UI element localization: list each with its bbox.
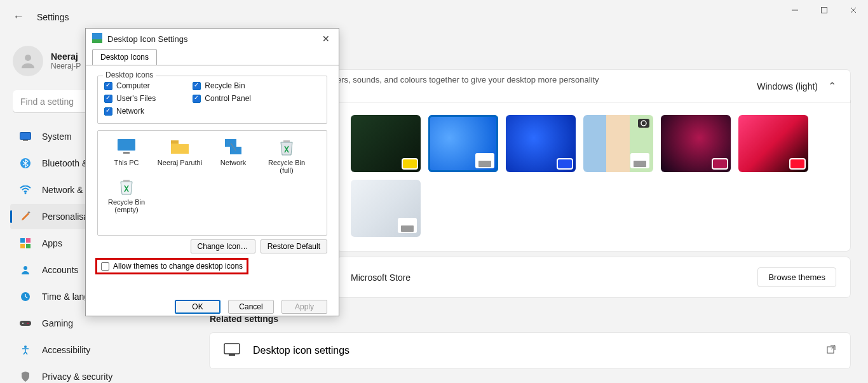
sidebar-item-privacy[interactable]: Privacy & security bbox=[10, 364, 183, 383]
theme-tile[interactable] bbox=[506, 115, 576, 172]
checkbox-recycle-bin[interactable]: Recycle Bin bbox=[193, 81, 251, 90]
checkbox-icon bbox=[104, 95, 112, 103]
svg-rect-23 bbox=[229, 354, 235, 356]
theme-tile[interactable] bbox=[583, 115, 653, 172]
close-button[interactable] bbox=[839, 0, 868, 20]
brush-icon bbox=[19, 210, 32, 223]
user-name: Neeraj bbox=[51, 51, 81, 62]
sidebar-item-label: Privacy & security bbox=[42, 372, 112, 382]
apps-icon bbox=[19, 237, 32, 250]
icon-recycle-empty[interactable]: Recycle Bin (empty) bbox=[102, 177, 151, 213]
theme-tile[interactable] bbox=[428, 115, 498, 172]
svg-rect-29 bbox=[171, 140, 179, 144]
related-row-label: Desktop icon settings bbox=[253, 345, 349, 356]
icon-network[interactable]: Network bbox=[208, 137, 258, 174]
checkbox-control-panel[interactable]: Control Panel bbox=[193, 94, 251, 103]
svg-rect-27 bbox=[118, 139, 135, 151]
svg-rect-11 bbox=[26, 238, 31, 243]
svg-rect-28 bbox=[123, 152, 130, 154]
sidebar-item-label: Apps bbox=[42, 238, 62, 248]
theme-tile[interactable] bbox=[351, 115, 421, 172]
window-title: Settings bbox=[37, 12, 69, 22]
icons-preview-box: This PC Neeraj Paruthi Network Recycle B… bbox=[97, 130, 327, 236]
svg-point-19 bbox=[24, 346, 27, 348]
checkbox-icon bbox=[104, 82, 112, 90]
change-icon-button[interactable]: Change Icon… bbox=[191, 239, 255, 253]
theme-grid-card bbox=[337, 101, 850, 251]
desktop-icons-fieldset: Desktop icons Computer User's Files Netw… bbox=[97, 76, 327, 124]
svg-point-8 bbox=[25, 192, 27, 194]
sidebar-item-label: Gaming bbox=[42, 318, 73, 328]
checkbox-users-files[interactable]: User's Files bbox=[104, 94, 156, 103]
theme-tile[interactable] bbox=[738, 115, 808, 172]
system-icon bbox=[19, 130, 32, 143]
desktop-icon-settings-dialog: Desktop Icon Settings ✕ Desktop Icons De… bbox=[85, 28, 339, 316]
ok-button[interactable]: OK bbox=[175, 300, 220, 314]
checkbox-icon bbox=[104, 107, 112, 116]
wifi-icon bbox=[19, 184, 32, 196]
gaming-icon bbox=[19, 317, 32, 330]
svg-rect-25 bbox=[92, 33, 102, 39]
checkbox-icon bbox=[193, 82, 201, 90]
desktop-icon-settings-icon bbox=[224, 343, 240, 358]
themes-description: ers, sounds, and colours together to giv… bbox=[337, 75, 599, 84]
current-theme-card[interactable]: ers, sounds, and colours together to giv… bbox=[337, 70, 850, 102]
dialog-tab[interactable]: Desktop Icons bbox=[92, 49, 157, 65]
dialog-icon bbox=[92, 33, 102, 45]
checkbox-computer[interactable]: Computer bbox=[104, 81, 156, 90]
svg-rect-26 bbox=[92, 39, 102, 43]
sidebar-item-label: System bbox=[42, 131, 72, 142]
chevron-up-icon: ⌃ bbox=[828, 80, 836, 92]
avatar bbox=[13, 46, 43, 76]
svg-point-18 bbox=[27, 323, 29, 324]
checkbox-icon bbox=[101, 262, 109, 271]
sidebar-item-label: Accessibility bbox=[42, 345, 90, 355]
icon-this-pc[interactable]: This PC bbox=[102, 137, 151, 174]
shield-icon bbox=[19, 370, 32, 383]
svg-point-4 bbox=[25, 55, 31, 61]
svg-rect-5 bbox=[20, 133, 31, 140]
browse-themes-row: Microsoft Store Browse themes bbox=[337, 257, 850, 297]
svg-point-17 bbox=[22, 323, 24, 324]
desktop-icon-settings-row[interactable]: Desktop icon settings bbox=[210, 333, 850, 368]
svg-rect-10 bbox=[20, 238, 25, 243]
theme-tile[interactable] bbox=[351, 180, 421, 237]
icon-recycle-full[interactable]: Recycle Bin (full) bbox=[262, 137, 311, 174]
svg-rect-6 bbox=[23, 140, 28, 141]
checkbox-icon bbox=[193, 95, 201, 103]
browse-text: Microsoft Store bbox=[351, 272, 410, 283]
dialog-close-button[interactable]: ✕ bbox=[318, 32, 334, 45]
svg-rect-13 bbox=[26, 244, 31, 248]
sidebar-item-label: Accounts bbox=[42, 265, 79, 275]
cancel-button[interactable]: Cancel bbox=[228, 300, 274, 314]
svg-point-14 bbox=[24, 266, 27, 270]
bluetooth-icon bbox=[19, 157, 32, 170]
clock-icon bbox=[19, 290, 32, 303]
accessibility-icon bbox=[19, 344, 32, 356]
apply-button[interactable]: Apply bbox=[281, 300, 327, 314]
allow-themes-checkbox[interactable]: Allow themes to change desktop icons bbox=[97, 260, 247, 272]
sidebar-item-label: Bluetooth & bbox=[42, 158, 88, 168]
fieldset-legend: Desktop icons bbox=[103, 71, 156, 79]
icon-user-folder[interactable]: Neeraj Paruthi bbox=[155, 137, 205, 174]
dialog-title: Desktop Icon Settings bbox=[107, 34, 187, 44]
sidebar-item-label: Personalisat bbox=[42, 212, 91, 222]
minimize-button[interactable] bbox=[780, 0, 810, 20]
svg-rect-22 bbox=[224, 344, 240, 354]
svg-rect-12 bbox=[20, 244, 25, 248]
current-theme-label: Windows (light) bbox=[757, 81, 818, 91]
browse-themes-button[interactable]: Browse themes bbox=[757, 267, 836, 287]
svg-rect-20 bbox=[638, 119, 649, 128]
restore-default-button[interactable]: Restore Default bbox=[261, 239, 327, 253]
theme-tile[interactable] bbox=[661, 115, 731, 172]
maximize-button[interactable] bbox=[810, 0, 839, 20]
back-button[interactable]: ← bbox=[13, 10, 24, 24]
user-email: Neeraj-P bbox=[51, 62, 81, 71]
checkbox-network[interactable]: Network bbox=[104, 107, 156, 116]
sidebar-item-accessibility[interactable]: Accessibility bbox=[10, 337, 183, 363]
accounts-icon bbox=[19, 264, 32, 276]
svg-rect-16 bbox=[20, 321, 31, 326]
sidebar-item-label: Time & lang bbox=[42, 292, 89, 302]
svg-rect-1 bbox=[822, 8, 827, 13]
open-icon bbox=[826, 344, 836, 357]
